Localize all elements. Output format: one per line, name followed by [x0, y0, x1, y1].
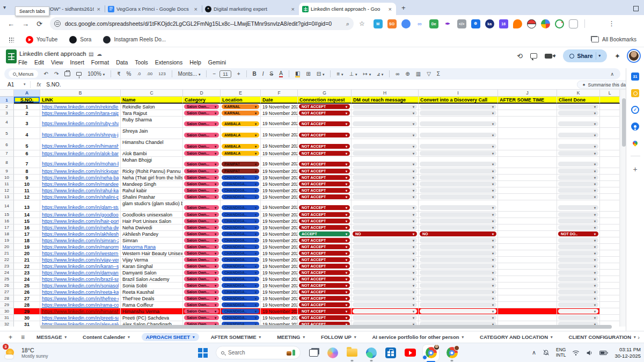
category-cell[interactable]: Salon Own...▾ — [183, 244, 221, 250]
sheet-tab-client-configuration[interactable]: CLIENT CONFIGURATION▾ — [565, 333, 640, 341]
dropdown-chip[interactable]: ▾ — [353, 289, 417, 294]
name-cell[interactable]: Vijay Verma — [121, 257, 183, 263]
task-view-button[interactable] — [307, 346, 320, 359]
bookmark-star-icon[interactable]: ☆ — [359, 20, 365, 27]
connection-cell[interactable]: NOT ACCEPT▾ — [298, 257, 352, 263]
link-cell[interactable]: https://www.linkedin.com/in/glam-stu — [40, 200, 121, 212]
name-cell[interactable]: glam studio's (glam studio) by — [121, 200, 183, 212]
client-done-cell[interactable]: ▾ — [557, 270, 600, 276]
location-cell[interactable]: CHANDIGA..▾ — [221, 283, 261, 289]
profile-link[interactable]: https://www.linkedin.com/in/karan--sir — [42, 264, 119, 269]
menu-extensions[interactable]: Extensions — [155, 59, 182, 66]
dropdown-chip[interactable]: ▾ — [558, 257, 598, 262]
link-cell[interactable]: https://www.linkedin.com/in/soniasobt — [40, 283, 121, 289]
category-cell[interactable]: Salon Own...▾ — [183, 212, 221, 218]
date-cell[interactable]: 19 November 202 — [261, 187, 298, 194]
dropdown-chip[interactable]: ▾ — [353, 264, 417, 269]
move-folder-icon[interactable]: ▤ — [89, 51, 93, 57]
dropdown-chip[interactable]: Salon Own...▾ — [184, 219, 219, 223]
dropdown-chip[interactable]: NOT ACCEPT▾ — [299, 169, 350, 173]
category-cell[interactable]: Salon Own...▾ — [183, 276, 221, 283]
client-done-cell[interactable]: ▾ — [557, 289, 600, 295]
date-cell[interactable]: 19 November 202 — [261, 218, 298, 225]
name-cell[interactable]: TheFree Deals — [121, 295, 183, 302]
dropdown-chip[interactable]: ▾ — [558, 251, 598, 256]
name-cell[interactable]: Rama Coiffeur — [121, 302, 183, 308]
header-cell[interactable]: AFTER SOME TIME — [498, 97, 557, 104]
sheet-tab-scroll-right-icon[interactable]: › — [638, 334, 640, 341]
dropdown-chip[interactable]: CHANDIGA..▾ — [222, 182, 259, 186]
discovery-call-cell[interactable]: ▾ — [419, 308, 498, 315]
de-extension-icon[interactable]: De — [429, 19, 438, 28]
sno-cell[interactable]: 1 — [14, 104, 40, 110]
row-number[interactable]: 3 — [0, 110, 14, 117]
dropdown-chip[interactable]: ▾ — [353, 104, 417, 109]
dropdown-chip[interactable]: CHANDIGA..▾ — [222, 257, 259, 262]
after-some-time-cell[interactable] — [498, 225, 557, 231]
category-cell[interactable]: Salon Own...▾ — [183, 218, 221, 225]
dm-outreach-cell[interactable]: ▾ — [352, 302, 419, 308]
category-cell[interactable]: Salon Own...▾ — [183, 295, 221, 302]
name-cell[interactable]: Alok Bambi — [121, 150, 183, 157]
header-cell[interactable]: S.NO. — [14, 97, 40, 104]
after-some-time-cell[interactable] — [498, 231, 557, 237]
sno-cell[interactable]: 24 — [14, 276, 40, 283]
discovery-call-cell[interactable]: ▾ — [419, 289, 498, 295]
dm-outreach-cell[interactable]: ▾ — [352, 218, 419, 225]
profile-link[interactable]: https://www.linkedin.com/in/rekindle-s — [42, 104, 119, 110]
photos-extension-icon[interactable] — [541, 19, 550, 28]
dropdown-chip[interactable]: ▾ — [420, 104, 496, 109]
dropdown-chip[interactable]: ▾ — [558, 238, 598, 243]
category-cell[interactable]: Salon Own...▾ — [183, 200, 221, 212]
dropdown-chip[interactable]: NOT ACCEPT▾ — [299, 133, 350, 137]
dropdown-chip[interactable]: ▾ — [558, 188, 598, 193]
ka-extension-icon[interactable]: ka — [485, 19, 494, 28]
after-some-time-cell[interactable] — [498, 117, 557, 128]
after-some-time-cell[interactable] — [498, 200, 557, 212]
dropdown-chip[interactable]: Salon Own...▾ — [184, 270, 219, 275]
hidden-icons-chevron[interactable]: ∧ — [532, 349, 536, 356]
borders-button[interactable]: ⊞ — [306, 71, 310, 77]
category-cell[interactable]: Salon Own...▾ — [183, 175, 221, 181]
dropdown-chip[interactable]: ▾ — [420, 175, 496, 180]
dropdown-chip[interactable]: Salon Own...▾ — [184, 194, 219, 199]
connection-cell[interactable]: NOT ACCEPT▾ — [298, 150, 352, 157]
link-cell[interactable]: https://www.linkedin.com/in/akhilesh- — [40, 231, 121, 237]
dropdown-chip[interactable]: ▾ — [420, 309, 496, 314]
location-cell[interactable]: CHANDIGA..▾ — [221, 175, 261, 181]
keep-icon[interactable] — [631, 89, 639, 97]
undo-button[interactable]: ↶ — [44, 71, 48, 77]
column-header-B[interactable]: B — [40, 90, 121, 97]
dropdown-chip[interactable]: ▾ — [420, 225, 496, 230]
dropdown-chip[interactable]: ▾ — [558, 133, 598, 137]
after-some-time-cell[interactable] — [498, 128, 557, 139]
discovery-call-cell[interactable]: ▾ — [419, 194, 498, 200]
name-cell[interactable]: Ruby Sharma — [121, 117, 183, 128]
sno-cell[interactable]: 5 — [14, 139, 40, 150]
name-cell[interactable]: Himanshu Chandel — [121, 139, 183, 150]
sno-cell[interactable]: 29 — [14, 308, 40, 315]
comments-icon[interactable] — [530, 53, 537, 59]
profile-link[interactable]: https://www.linkedin.com/in/goodlook — [42, 212, 119, 218]
dropdown-chip[interactable]: CHANDIGA..▾ — [222, 205, 259, 210]
profile-link[interactable]: https://www.linkedin.com/in/simran-2 — [42, 238, 119, 243]
link-cell[interactable]: https://www.linkedin.com/in/rahul-kab — [40, 187, 121, 194]
name-cell[interactable]: Preeti (PC) Sachdeva — [121, 315, 183, 321]
empty-cell[interactable] — [600, 225, 620, 231]
empty-cell[interactable] — [600, 212, 620, 218]
row-number[interactable]: 8 — [0, 157, 14, 168]
dropdown-chip[interactable]: NO▾ — [420, 231, 496, 236]
sno-cell[interactable]: 23 — [14, 270, 40, 276]
after-some-time-cell[interactable] — [498, 276, 557, 283]
code-extension-icon[interactable]: </> — [457, 19, 466, 28]
after-some-time-cell[interactable] — [498, 175, 557, 181]
name-cell[interactable]: Hair Port Unisex Salon — [121, 218, 183, 225]
empty-cell[interactable] — [600, 289, 620, 295]
dropdown-chip[interactable]: NOT ACCEPT▾ — [299, 277, 350, 281]
after-some-time-cell[interactable] — [498, 302, 557, 308]
dropdown-chip[interactable]: NOT ACCEPT▾ — [299, 205, 350, 210]
location-cell[interactable]: CHANDIGA..▾ — [221, 212, 261, 218]
link-cell[interactable]: https://www.linkedin.com/in/alok-bam — [40, 150, 121, 157]
link-cell[interactable]: https://www.linkedin.com/in/rama-coif — [40, 302, 121, 308]
dropdown-chip[interactable]: Salon Own...▾ — [184, 151, 219, 156]
